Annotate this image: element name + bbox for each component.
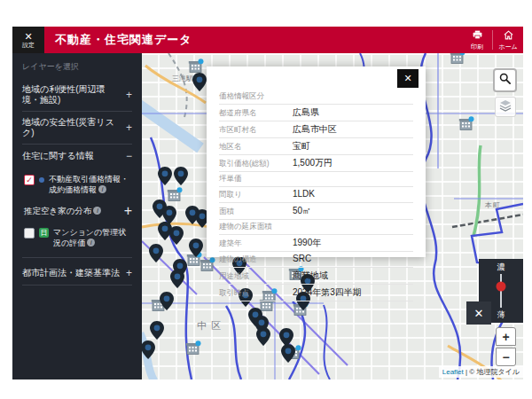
info-icon[interactable]: i	[87, 239, 95, 246]
map-layers-button[interactable]	[495, 97, 516, 117]
layers-icon	[498, 99, 512, 115]
layer-select-label: レイヤーを選択	[22, 61, 132, 73]
property-pin[interactable]	[169, 226, 184, 245]
building-marker[interactable]	[187, 59, 204, 73]
modal-row: 間取り1LDK	[219, 187, 413, 203]
price-point-icon	[39, 177, 44, 183]
layer-label: マンションの管理状況の評価i	[53, 227, 132, 248]
group-label: 推定空き家の分布i	[24, 206, 101, 217]
map-place-label: 本町	[485, 200, 501, 210]
field-value: 1,500万円	[293, 157, 332, 169]
map-canvas[interactable]: 三滝駅中区本町 ✕ 価格情報区分都道府県名広島県市区町村名広島市中区地区名宝町取…	[142, 53, 523, 379]
field-label: 建物の延床面積	[219, 222, 293, 232]
field-label: 用途地域	[219, 271, 293, 282]
home-button[interactable]: ホーム	[493, 27, 523, 53]
property-detail-modal: ✕ 価格情報区分都道府県名広島県市区町村名広島市中区地区名宝町取引価格(総額)1…	[207, 66, 426, 257]
leaflet-link[interactable]: Leaflet	[442, 368, 464, 376]
field-value: 1990年	[293, 237, 321, 249]
property-pin[interactable]	[192, 73, 207, 91]
property-pin[interactable]	[189, 239, 203, 257]
field-value: 広島県	[293, 106, 319, 119]
layer-vacant-houses[interactable]: 推定空き家の分布i +	[24, 199, 132, 223]
property-pin[interactable]	[256, 327, 270, 346]
section-label: 地域の安全性(災害リスク)	[22, 117, 122, 138]
building-marker[interactable]	[458, 116, 474, 130]
layer-condo-management[interactable]: 日 マンションの管理状況の評価i	[24, 223, 132, 252]
home-icon	[503, 29, 514, 43]
modal-row: 坪単価	[219, 172, 413, 187]
section-label: 地域の利便性(周辺環境・施設)	[22, 84, 122, 106]
collapse-icon: −	[122, 150, 132, 162]
info-icon[interactable]: i	[98, 185, 106, 193]
opacity-panel-close-button[interactable]: ✕	[466, 301, 491, 325]
map-search-button[interactable]	[493, 68, 517, 92]
property-pin[interactable]	[149, 244, 163, 262]
expand-icon: +	[122, 121, 132, 134]
layer-label: 不動産取引価格情報・成約価格情報i	[49, 174, 132, 195]
layer-transaction-prices[interactable]: ✓ 不動産取引価格情報・成約価格情報i	[24, 170, 132, 199]
close-icon: ✕	[24, 32, 32, 42]
section-label: 都市計画法・建築基準法	[22, 268, 120, 278]
settings-close-button[interactable]: ✕ 設定	[12, 27, 44, 53]
field-label: 市区町村名	[219, 125, 293, 136]
property-pin[interactable]	[170, 270, 184, 288]
expand-icon: +	[124, 203, 132, 219]
housing-children: ✓ 不動産取引価格情報・成約価格情報i 推定空き家の分布i + 日 マンションの…	[22, 168, 132, 258]
opacity-dark-label: 濃	[497, 262, 505, 271]
checkbox-unchecked[interactable]	[24, 228, 35, 239]
apartment-layer-icon: 日	[39, 228, 49, 238]
modal-row: 取引時点2024年第3四半期	[219, 285, 413, 301]
field-label: 面積	[219, 207, 293, 217]
field-value: 商業地域	[293, 270, 328, 282]
map-attribution: Leaflet | © 地理院タイル	[439, 366, 523, 378]
print-button[interactable]: 印刷	[462, 27, 492, 53]
field-value: 50㎡	[293, 205, 311, 217]
gsi-tiles-credit[interactable]: © 地理院タイル	[469, 368, 520, 376]
field-label: 間取り	[219, 190, 293, 200]
opacity-slider-handle[interactable]	[497, 282, 506, 292]
zoom-control: + −	[496, 327, 516, 366]
field-label: 建物の構造	[219, 254, 293, 265]
field-value: 広島市中区	[293, 123, 337, 136]
property-pin[interactable]	[142, 340, 155, 359]
sidebar-item-housing[interactable]: 住宅に関する情報 −	[22, 145, 132, 168]
modal-row: 面積50㎡	[219, 203, 413, 220]
building-marker[interactable]	[184, 340, 201, 355]
field-value: 1LDK	[293, 189, 315, 199]
field-label: 都道府県名	[219, 108, 293, 119]
opacity-light-label: 薄	[497, 310, 505, 319]
building-marker[interactable]	[449, 53, 466, 64]
property-pin[interactable]	[150, 321, 164, 340]
building-marker[interactable]	[199, 257, 215, 271]
layer-sidebar: レイヤーを選択 地域の利便性(周辺環境・施設) + 地域の安全性(災害リスク) …	[12, 53, 142, 379]
property-pin[interactable]	[160, 292, 174, 310]
checkbox-checked[interactable]: ✓	[24, 175, 35, 185]
building-marker[interactable]	[166, 187, 183, 201]
settings-label: 設定	[22, 42, 35, 49]
field-label: 取引価格(総額)	[219, 159, 293, 169]
zoom-out-button[interactable]: −	[496, 348, 516, 366]
modal-row: 地区名宝町	[219, 138, 413, 155]
property-pin[interactable]	[281, 344, 295, 363]
field-label: 建築年	[219, 239, 293, 249]
expand-icon: +	[122, 267, 132, 279]
app-window: ✕ 設定 不動産・住宅関連データ 印刷 ホーム	[12, 27, 523, 379]
modal-row: 都道府県名広島県	[219, 105, 413, 121]
zoom-in-button[interactable]: +	[496, 327, 516, 346]
sidebar-item-safety[interactable]: 地域の安全性(災害リスク) +	[22, 112, 132, 145]
property-pin[interactable]	[174, 167, 188, 185]
expand-icon: +	[122, 89, 132, 101]
info-icon[interactable]: i	[93, 207, 101, 215]
map-place-label: 三滝駅	[172, 74, 193, 83]
sidebar-item-convenience[interactable]: 地域の利便性(周辺環境・施設) +	[22, 79, 132, 112]
field-value: 2024年第3四半期	[293, 286, 362, 299]
field-label: 地区名	[219, 142, 293, 153]
modal-row: 用途地域商業地域	[219, 268, 413, 285]
modal-close-button[interactable]: ✕	[397, 69, 419, 88]
page-title: 不動産・住宅関連データ	[55, 32, 192, 48]
opacity-slider-track[interactable]	[500, 274, 502, 308]
property-pin[interactable]	[158, 167, 172, 185]
sidebar-item-city-planning[interactable]: 都市計画法・建築基準法 +	[22, 262, 132, 286]
search-icon	[498, 72, 512, 89]
modal-row: 市区町村名広島市中区	[219, 121, 413, 138]
